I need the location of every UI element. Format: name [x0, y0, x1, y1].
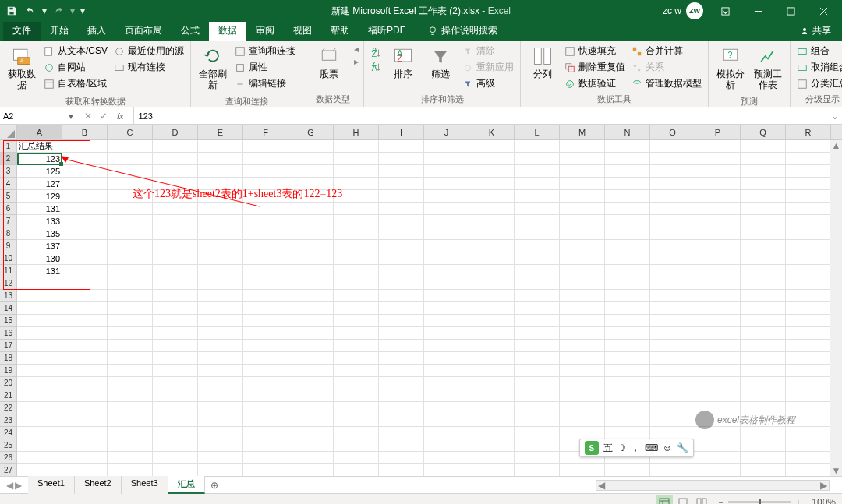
tab-layout[interactable]: 页面布局 [115, 21, 172, 41]
cell[interactable] [515, 414, 560, 427]
cell[interactable] [741, 452, 786, 464]
cell[interactable] [469, 352, 515, 365]
cell[interactable] [153, 203, 198, 215]
cell[interactable] [17, 302, 62, 315]
cell[interactable] [153, 277, 198, 290]
cell[interactable] [288, 452, 334, 464]
cancel-formula-icon[interactable]: ✕ [81, 109, 95, 123]
col-header-I[interactable]: I [379, 125, 424, 140]
col-header-F[interactable]: F [243, 125, 288, 140]
horizontal-scrollbar[interactable]: ◀▶ [596, 480, 830, 491]
minimize-icon[interactable] [742, 0, 773, 22]
cell[interactable] [108, 352, 153, 365]
cell[interactable] [379, 178, 424, 190]
cell[interactable] [334, 340, 379, 352]
cell[interactable] [650, 153, 695, 165]
cell[interactable] [108, 165, 153, 178]
row-header[interactable]: 12 [0, 277, 17, 290]
cell[interactable] [334, 302, 379, 315]
row-header[interactable]: 7 [0, 215, 17, 227]
cell[interactable] [515, 352, 560, 365]
ime-smile-icon[interactable]: ☺ [663, 442, 672, 453]
cell[interactable] [379, 240, 424, 252]
cell[interactable] [560, 340, 605, 352]
cell[interactable] [605, 340, 650, 352]
cell[interactable] [243, 389, 288, 402]
cell[interactable] [695, 452, 741, 464]
cell[interactable] [695, 352, 741, 365]
row-header[interactable]: 15 [0, 315, 17, 327]
cell[interactable] [243, 377, 288, 389]
row-header[interactable]: 6 [0, 203, 17, 215]
cell[interactable] [515, 153, 560, 165]
cell[interactable] [424, 240, 469, 252]
cell[interactable] [741, 352, 786, 365]
cell[interactable] [605, 414, 650, 427]
cell[interactable] [469, 427, 515, 439]
row-header[interactable]: 20 [0, 377, 17, 389]
cell[interactable] [198, 464, 243, 476]
col-header-G[interactable]: G [288, 125, 334, 140]
cell[interactable] [424, 439, 469, 452]
cell[interactable] [243, 427, 288, 439]
cell[interactable] [62, 315, 108, 327]
cell[interactable] [153, 352, 198, 365]
col-header-L[interactable]: L [515, 125, 560, 140]
cell[interactable] [153, 452, 198, 464]
cell[interactable] [379, 315, 424, 327]
cell[interactable] [153, 414, 198, 427]
cell[interactable] [786, 315, 831, 327]
cell[interactable] [198, 327, 243, 340]
cell[interactable] [650, 277, 695, 290]
cell[interactable] [424, 277, 469, 290]
cell[interactable] [379, 190, 424, 203]
cell[interactable] [695, 165, 741, 178]
cell[interactable] [695, 190, 741, 203]
tab-insert[interactable]: 插入 [78, 21, 115, 41]
cell[interactable] [650, 165, 695, 178]
cell[interactable] [379, 302, 424, 315]
col-header-Q[interactable]: Q [741, 125, 786, 140]
reapply-button[interactable]: 重新应用 [461, 60, 515, 75]
row-header[interactable]: 25 [0, 439, 17, 452]
cell[interactable] [243, 252, 288, 265]
cell[interactable] [243, 327, 288, 340]
cell[interactable] [605, 389, 650, 402]
cell[interactable] [605, 215, 650, 227]
cell[interactable] [198, 377, 243, 389]
cell[interactable] [108, 439, 153, 452]
ime-keyboard-icon[interactable]: ⌨ [645, 442, 658, 453]
cell[interactable] [650, 302, 695, 315]
sort-az-button[interactable]: AZ [369, 47, 383, 59]
cell[interactable] [108, 290, 153, 302]
col-header-D[interactable]: D [153, 125, 198, 140]
relationships-button[interactable]: 关系 [630, 60, 703, 75]
cell[interactable] [198, 277, 243, 290]
cell[interactable] [62, 402, 108, 414]
cell[interactable] [515, 190, 560, 203]
cell[interactable] [62, 327, 108, 340]
cell[interactable] [424, 140, 469, 153]
sheet-tab[interactable]: Sheet3 [122, 476, 168, 494]
cell[interactable] [741, 365, 786, 377]
cell[interactable] [605, 365, 650, 377]
cell[interactable] [560, 427, 605, 439]
cell[interactable] [424, 427, 469, 439]
cell[interactable] [786, 153, 831, 165]
cell[interactable] [560, 190, 605, 203]
cell[interactable] [741, 290, 786, 302]
row-header[interactable]: 27 [0, 464, 17, 476]
cell[interactable] [786, 340, 831, 352]
cell[interactable] [379, 227, 424, 240]
cell[interactable] [243, 265, 288, 277]
cell[interactable] [469, 315, 515, 327]
cell[interactable] [379, 277, 424, 290]
cell[interactable] [243, 452, 288, 464]
cell[interactable] [469, 389, 515, 402]
cell[interactable] [62, 290, 108, 302]
cell[interactable] [243, 464, 288, 476]
cell[interactable] [424, 290, 469, 302]
cell[interactable]: 137 [17, 240, 62, 252]
cell[interactable] [243, 439, 288, 452]
cell[interactable] [108, 365, 153, 377]
